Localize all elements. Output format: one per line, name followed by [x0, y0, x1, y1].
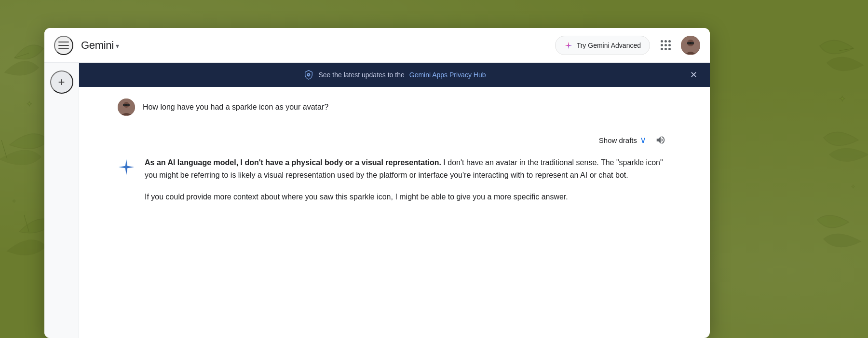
gemini-sparkle-icon: [118, 158, 135, 176]
ai-response-header: Show drafts ∨: [118, 131, 671, 149]
banner-close-button[interactable]: ✕: [687, 68, 700, 82]
app-name-dropdown-icon: ▾: [116, 42, 119, 50]
user-message: How long have you had a sparkle icon as …: [118, 99, 671, 116]
svg-text:✦: ✦: [851, 184, 855, 189]
svg-text:✦: ✦: [12, 198, 16, 204]
app-name: Gemini: [81, 39, 114, 52]
banner-text: See the latest updates to the: [319, 71, 405, 79]
new-chat-button[interactable]: +: [50, 70, 73, 94]
privacy-hub-link[interactable]: Gemini Apps Privacy Hub: [409, 71, 486, 79]
svg-text:✦: ✦: [27, 100, 32, 108]
apps-grid-icon: [661, 40, 671, 50]
speaker-button[interactable]: [652, 131, 669, 149]
show-drafts-button[interactable]: Show drafts ∨: [599, 135, 646, 145]
ai-response-bold: As an AI language model, I don't have a …: [145, 158, 441, 167]
svg-text:✦: ✦: [839, 95, 845, 103]
chat-messages[interactable]: How long have you had a sparkle icon as …: [79, 87, 710, 338]
avatar-image: [681, 36, 700, 55]
svg-rect-12: [691, 42, 694, 44]
chat-main: See the latest updates to the Gemini App…: [79, 63, 710, 338]
ai-message-text: As an AI language model, I don't have a …: [145, 156, 671, 203]
speaker-icon: [655, 135, 666, 145]
header: Gemini ▾ Try Gemini Advanced: [44, 28, 710, 63]
user-message-text: How long have you had a sparkle icon as …: [143, 99, 328, 113]
app-title[interactable]: Gemini ▾: [81, 39, 119, 52]
ai-message-body: As an AI language model, I don't have a …: [118, 156, 671, 203]
show-drafts-label: Show drafts: [599, 136, 637, 144]
sparkle-icon: [564, 41, 573, 50]
try-advanced-label: Try Gemini Advanced: [577, 42, 641, 49]
svg-rect-18: [127, 104, 130, 106]
menu-button[interactable]: [54, 36, 73, 55]
app-window: Gemini ▾ Try Gemini Advanced: [44, 28, 710, 338]
menu-line-1: [58, 42, 69, 42]
menu-line-2: [58, 45, 69, 46]
user-message-avatar: [118, 99, 135, 116]
ai-response-paragraph-2: If you could provide more context about …: [145, 191, 671, 203]
shield-icon: [303, 70, 314, 80]
apps-button[interactable]: [656, 36, 675, 55]
svg-rect-17: [123, 104, 126, 106]
menu-line-3: [58, 48, 69, 49]
plus-icon: +: [58, 76, 65, 88]
notification-banner: See the latest updates to the Gemini App…: [79, 63, 710, 87]
svg-rect-11: [687, 42, 690, 44]
chevron-down-icon: ∨: [640, 135, 646, 145]
user-avatar[interactable]: [681, 36, 700, 55]
try-advanced-button[interactable]: Try Gemini Advanced: [555, 36, 650, 55]
ai-response: Show drafts ∨: [118, 131, 671, 203]
sidebar: +: [44, 63, 79, 338]
content-area: + See the latest updates to the Gemini A…: [44, 63, 710, 338]
ai-response-paragraph-1: As an AI language model, I don't have a …: [145, 156, 671, 182]
